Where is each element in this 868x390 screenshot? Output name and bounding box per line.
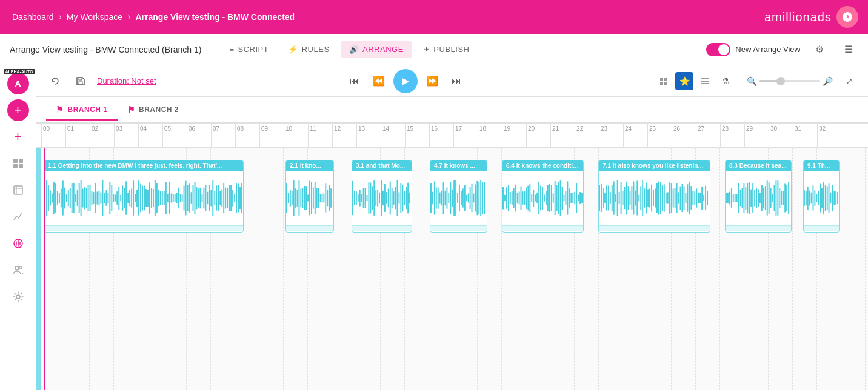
fullscreen-button[interactable]: ⤢ (840, 72, 858, 90)
ruler-mark: 01 (65, 124, 90, 147)
svg-rect-170 (377, 190, 378, 206)
svg-rect-238 (535, 195, 536, 202)
user-avatar[interactable]: ALPHA-AUTO A (7, 73, 29, 94)
svg-rect-211 (470, 187, 471, 209)
project-toolbar: Arrange View testing - BMW Connected (Br… (0, 34, 868, 65)
sidebar-item-users[interactable] (7, 259, 29, 281)
branch-1-tab[interactable]: ⚑ BRANCH 1 (46, 100, 118, 121)
skip-start-button[interactable]: ⏮ (345, 71, 364, 91)
tab-arrange[interactable]: 🔊 ARRANGE (341, 41, 412, 58)
svg-rect-326 (726, 193, 727, 203)
star-view-button[interactable]: ⭐ (675, 72, 693, 90)
svg-rect-206 (461, 191, 462, 205)
sidebar-item-analytics[interactable] (7, 206, 29, 228)
svg-rect-112 (210, 190, 212, 207)
filter-view-button[interactable]: ⚗ (716, 72, 735, 90)
svg-rect-199 (448, 193, 449, 203)
zoom-out-icon[interactable]: 🔍 (747, 76, 757, 86)
breadcrumb-dashboard[interactable]: Dashboard (12, 12, 54, 22)
grid-view-button[interactable] (655, 72, 673, 90)
sidebar-item-add2[interactable]: + (7, 126, 29, 148)
svg-rect-273 (613, 181, 615, 214)
svg-rect-278 (623, 191, 624, 205)
sidebar-item-settings[interactable] (7, 286, 29, 308)
sidebar-item-dashboard[interactable] (7, 153, 29, 174)
timeline-area: 0001020304050607080910111213141516171819… (36, 124, 868, 390)
audio-clip[interactable]: 9.1 Th... (803, 160, 840, 233)
svg-rect-105 (198, 188, 199, 207)
menu-button[interactable]: ☰ (839, 40, 858, 59)
play-button[interactable]: ▶ (393, 69, 418, 93)
audio-clip[interactable]: 6.4 It knows the condition... (502, 160, 584, 233)
svg-rect-100 (189, 183, 190, 213)
svg-rect-330 (733, 194, 734, 202)
audio-clip[interactable]: 2.1 It kno... (285, 160, 334, 233)
audio-clip[interactable]: 7.1 It also knows you like listening... (598, 160, 710, 233)
settings-button[interactable]: ⚙ (810, 40, 829, 59)
sidebar-item-library[interactable] (7, 179, 29, 201)
branch-1-icon: ⚑ (56, 105, 64, 114)
svg-rect-172 (381, 180, 382, 216)
svg-rect-266 (601, 184, 602, 212)
audio-clip[interactable]: 3.1 and that Mo... (352, 160, 412, 233)
svg-rect-32 (66, 194, 67, 202)
clip-footer (44, 225, 243, 231)
svg-rect-248 (553, 193, 554, 202)
svg-rect-66 (127, 193, 129, 203)
branch-2-label: BRANCH 2 (139, 105, 179, 114)
svg-rect-351 (770, 188, 772, 208)
svg-rect-339 (749, 182, 750, 214)
zoom-slider[interactable] (760, 80, 820, 82)
svg-rect-124 (232, 190, 233, 207)
svg-rect-195 (441, 191, 442, 206)
svg-rect-151 (323, 193, 324, 202)
breadcrumb-project[interactable]: Arrange View testing - BMW Connected (135, 12, 295, 22)
new-arrange-view-toggle[interactable] (706, 43, 730, 56)
svg-rect-200 (450, 182, 451, 214)
tab-rules[interactable]: ⚡ RULES (279, 41, 338, 58)
clip-footer (430, 225, 487, 231)
sidebar-item-add[interactable]: + (7, 99, 29, 121)
ruler-mark: 31 (793, 124, 817, 147)
sidebar-item-audio[interactable] (7, 233, 29, 254)
svg-rect-147 (316, 188, 318, 208)
svg-rect-174 (384, 184, 386, 212)
save-button[interactable] (72, 72, 90, 90)
svg-rect-324 (705, 186, 706, 211)
svg-rect-161 (361, 194, 362, 202)
svg-rect-86 (164, 191, 165, 205)
tab-script[interactable]: ≡ SCRIPT (221, 41, 277, 58)
next-button[interactable]: ⏩ (422, 71, 442, 91)
tab-publish[interactable]: ✈ PUBLISH (415, 41, 478, 58)
zoom-in-icon[interactable]: 🔎 (823, 76, 833, 86)
list-view-button[interactable] (696, 72, 714, 90)
svg-rect-114 (214, 191, 215, 205)
ruler-mark: 27 (696, 124, 720, 147)
svg-rect-68 (131, 188, 132, 207)
svg-rect-269 (606, 185, 607, 210)
audio-clip[interactable]: 1.1 Getting into the new BMW i three jus… (44, 160, 244, 233)
breadcrumb-my-workspace[interactable]: My Workspace (67, 12, 122, 22)
svg-rect-148 (318, 188, 319, 208)
audio-clip[interactable]: 8.3 Because it sea... (725, 160, 792, 233)
branch-2-tab[interactable]: ⚑ BRANCH 2 (118, 100, 189, 121)
skip-end-button[interactable]: ⏭ (447, 71, 466, 91)
prev-button[interactable]: ⏪ (369, 71, 389, 91)
svg-rect-207 (462, 188, 464, 207)
svg-rect-178 (392, 188, 393, 208)
audio-clip[interactable]: 4.7 It knows ... (430, 160, 487, 233)
svg-rect-317 (692, 191, 693, 205)
svg-rect-69 (133, 180, 134, 215)
svg-rect-150 (322, 194, 323, 203)
svg-rect-294 (651, 185, 652, 212)
svg-rect-33 (68, 190, 69, 207)
svg-rect-325 (707, 191, 708, 205)
svg-rect-336 (743, 183, 744, 213)
svg-rect-92 (175, 194, 176, 202)
svg-rect-50 (98, 191, 99, 206)
svg-rect-368 (814, 190, 815, 206)
undo-button[interactable] (46, 72, 64, 90)
duration-label[interactable]: Duration: Not set (97, 76, 156, 85)
svg-rect-27 (57, 191, 58, 205)
svg-rect-162 (363, 188, 364, 208)
